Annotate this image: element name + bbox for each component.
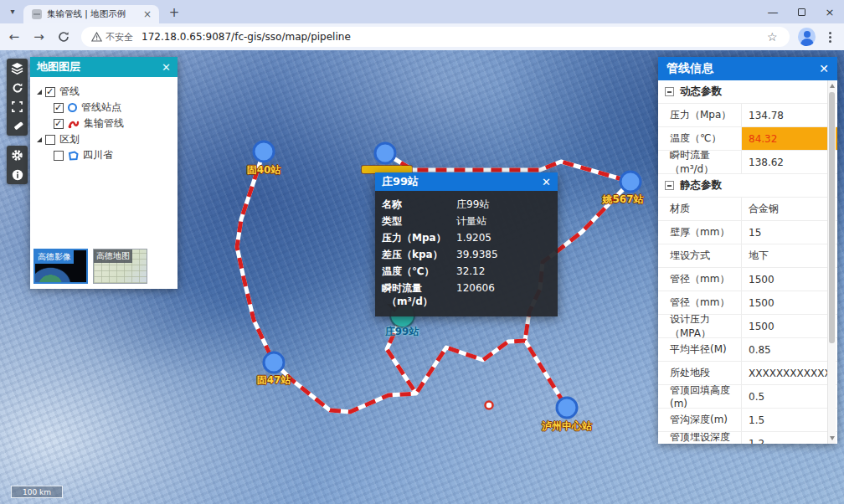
scroll-down-icon[interactable] (830, 436, 835, 440)
bookmark-star-icon[interactable]: ☆ (764, 30, 781, 44)
selected-station-label: 庄99站 (385, 325, 419, 339)
window-close-button[interactable]: × (816, 0, 844, 23)
section-title: 静态参数 (680, 178, 722, 193)
map-toolbar-top (7, 59, 28, 136)
browser-window: ▾ 集输管线 | 地图示例 × + — × ← → (0, 0, 844, 504)
info-row: 管径（mm） 1500 (658, 268, 837, 291)
basemap-street[interactable]: 高德地图 (93, 249, 147, 284)
info-row-label: 平均半径(M) (658, 338, 742, 361)
info-row: 管沟深度(m) 1.5 (658, 409, 837, 432)
browser-tab[interactable]: 集输管线 | 地图示例 × (23, 5, 159, 23)
scrollbar-thumb[interactable] (829, 92, 835, 343)
popup-close-icon[interactable]: ✕ (542, 176, 551, 188)
station-label: 固47站 (257, 373, 291, 388)
station-marker-gu40[interactable] (254, 141, 274, 162)
scroll-up-icon[interactable] (830, 84, 835, 88)
section-static-params[interactable]: 静态参数 (658, 174, 837, 198)
info-panel-close-icon[interactable]: ✕ (819, 62, 829, 75)
checkbox-stations[interactable] (54, 103, 64, 113)
tree-expand-icon[interactable] (37, 137, 42, 142)
tree-node-gathering-pipeline[interactable]: 集输管线 (37, 116, 178, 131)
checkbox-sichuan[interactable] (54, 151, 64, 161)
station-label: 固40站 (247, 163, 281, 177)
checkbox-gathering-pipeline[interactable] (54, 119, 64, 129)
info-row: 平均半径(M) 0.85 (658, 338, 837, 362)
popup-row-label: 类型 (382, 213, 456, 229)
checkbox-district[interactable] (45, 135, 55, 145)
scale-label: 100 km (23, 488, 51, 496)
station-marker-gu47[interactable] (264, 352, 284, 373)
security-label[interactable]: 不安全 (106, 31, 133, 44)
layer-panel-title: 地图图层 (37, 59, 162, 75)
collapse-icon[interactable] (665, 181, 674, 190)
station-marker-luzhou[interactable] (557, 398, 577, 418)
forward-button[interactable]: → (28, 26, 50, 48)
info-row: 材质 合金钢 (658, 198, 837, 221)
tree-node-stations[interactable]: 管线站点 (37, 100, 178, 116)
info-row-label: 瞬时流量（m³/d） (658, 151, 742, 173)
tree-expand-icon[interactable] (37, 90, 42, 95)
station-marker-occluded[interactable] (375, 143, 395, 163)
station-marker-yao567[interactable] (620, 172, 641, 192)
popup-row-value: 32.12 (456, 263, 551, 280)
fullscreen-button[interactable] (7, 97, 28, 116)
popup-body: 名称 庄99站 类型 计量站 压力（Mpa） 1.9205 差压（kpa） 39… (375, 191, 558, 316)
info-row-value: 合金钢 (742, 198, 837, 220)
checkbox-pipeline[interactable] (45, 87, 55, 97)
basemap-satellite[interactable]: 高德影像 (33, 249, 88, 284)
tree-node-district[interactable]: 区划 (37, 131, 178, 147)
settings-button[interactable] (7, 146, 28, 165)
popup-row-value: 1.9205 (456, 229, 551, 246)
map-scale-bar: 100 km (11, 486, 63, 498)
tree-node-label: 管线站点 (81, 100, 121, 115)
info-button[interactable] (7, 165, 28, 184)
layer-panel-header: 地图图层 ✕ (30, 57, 178, 77)
info-row: 壁厚（mm） 15 (658, 221, 837, 244)
reload-button[interactable] (53, 26, 75, 48)
browser-titlebar: ▾ 集输管线 | 地图示例 × + — × (0, 0, 844, 23)
popup-row-label: 瞬时流量 （m³/d） (382, 280, 456, 310)
back-button[interactable]: ← (3, 26, 25, 48)
layers-icon (11, 62, 23, 75)
basemap-satellite-label: 高德影像 (35, 250, 74, 264)
tab-search-chevron-icon[interactable]: ▾ (5, 4, 20, 19)
window-controls: — × (759, 0, 844, 23)
tree-node-pipeline[interactable]: 管线 (37, 84, 178, 100)
browser-menu-icon[interactable] (822, 29, 837, 44)
info-row-label: 埋设方式 (658, 244, 742, 267)
popup-title: 庄99站 (382, 174, 542, 189)
layer-panel-close-icon[interactable]: ✕ (162, 61, 171, 74)
gear-icon (11, 149, 23, 162)
info-row-label: 温度（℃） (658, 127, 742, 150)
info-row-label: 压力（Mpa） (658, 104, 742, 126)
refresh-button[interactable] (7, 78, 28, 97)
map-canvas[interactable]: 固40站 固47站 姚567站 泸州中心站 庄99站 100 km (0, 50, 844, 504)
url-text[interactable]: 172.18.0.65:9087/fc-gis/sso/map/pipeline (142, 31, 764, 43)
layers-button[interactable] (7, 59, 28, 78)
info-row-label: 管沟深度(m) (658, 409, 742, 431)
popup-row: 名称 庄99站 (382, 196, 551, 213)
info-panel-scrollbar[interactable] (827, 80, 836, 444)
window-restore-button[interactable] (787, 0, 816, 23)
tab-close-icon[interactable]: × (141, 8, 154, 20)
collapse-icon[interactable] (665, 87, 674, 96)
info-panel-title: 管线信息 (666, 61, 819, 76)
map-toolbar-bottom (7, 146, 28, 184)
station-label: 姚567站 (602, 193, 643, 207)
section-dynamic-params[interactable]: 动态参数 (658, 80, 837, 104)
profile-avatar[interactable] (798, 28, 816, 46)
pipeline-info-panel: 管线信息 ✕ 动态参数 压力（Mpa） 134.78 温度（℃） 84.32 瞬… (658, 57, 837, 444)
info-row-label: 管顶回填高度(m) (658, 385, 742, 408)
info-panel-body: 动态参数 压力（Mpa） 134.78 温度（℃） 84.32 瞬时流量（m³/… (658, 80, 837, 444)
address-bar[interactable]: 不安全 172.18.0.65:9087/fc-gis/sso/map/pipe… (81, 27, 789, 47)
popup-header: 庄99站 ✕ (375, 172, 558, 191)
measure-button[interactable] (7, 116, 28, 136)
well-point[interactable] (486, 402, 493, 409)
info-row-value: 134.78 (742, 104, 837, 126)
info-row: 设计压力（MPA） 1500 (658, 315, 837, 338)
reload-icon (58, 31, 69, 43)
new-tab-button[interactable]: + (166, 5, 183, 22)
window-minimize-button[interactable]: — (759, 0, 787, 23)
tree-node-sichuan[interactable]: 四川省 (37, 147, 178, 163)
info-row-value: 1500 (742, 268, 837, 291)
